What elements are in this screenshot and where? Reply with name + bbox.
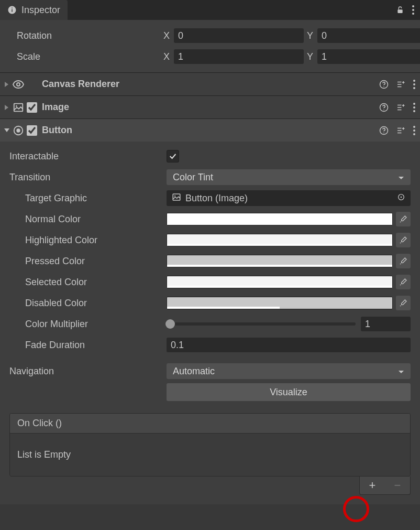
normal-color-label: Normal Color bbox=[9, 214, 167, 225]
svg-point-30 bbox=[401, 196, 402, 198]
rotation-x-input[interactable] bbox=[174, 28, 304, 43]
foldout-expanded-icon bbox=[2, 128, 12, 133]
svg-point-25 bbox=[413, 129, 415, 132]
add-event-button[interactable]: + bbox=[360, 477, 385, 494]
svg-point-23 bbox=[383, 132, 384, 133]
fade-duration-label: Fade Duration bbox=[9, 340, 167, 351]
menu-icon[interactable] bbox=[413, 102, 416, 113]
transition-label: Transition bbox=[9, 172, 167, 183]
eyedropper-icon[interactable] bbox=[396, 233, 411, 247]
target-graphic-field[interactable]: Button (Image) bbox=[167, 190, 411, 206]
color-multiplier-value[interactable]: 1 bbox=[361, 317, 411, 331]
on-click-header: On Click () bbox=[10, 414, 410, 434]
image-header[interactable]: Image bbox=[0, 95, 420, 118]
svg-point-5 bbox=[412, 9, 414, 11]
svg-point-26 bbox=[413, 133, 415, 135]
axis-x: X bbox=[163, 30, 174, 41]
transition-dropdown[interactable]: Color Tint bbox=[167, 169, 411, 185]
pressed-color-label: Pressed Color bbox=[9, 256, 167, 267]
svg-point-24 bbox=[413, 126, 415, 128]
fade-duration-input[interactable]: 0.1 bbox=[167, 338, 411, 352]
chevron-down-icon bbox=[398, 172, 404, 183]
transform-section: Rotation X Y Z Scale X Y Z bbox=[0, 20, 420, 72]
svg-point-21 bbox=[16, 128, 20, 132]
disabled-color-label: Disabled Color bbox=[9, 298, 167, 309]
highlighted-color-label: Highlighted Color bbox=[9, 235, 167, 246]
on-click-list: On Click () List is Empty bbox=[9, 413, 411, 477]
menu-icon[interactable] bbox=[413, 79, 416, 90]
interactable-label: Interactable bbox=[9, 151, 167, 162]
info-icon bbox=[7, 5, 17, 15]
canvas-renderer-title: Canvas Renderer bbox=[39, 79, 379, 90]
svg-point-17 bbox=[413, 103, 415, 105]
svg-point-9 bbox=[383, 86, 384, 87]
help-icon[interactable] bbox=[379, 126, 389, 135]
help-icon[interactable] bbox=[379, 80, 389, 89]
svg-rect-3 bbox=[397, 9, 402, 13]
button-enabled-checkbox[interactable] bbox=[27, 125, 37, 136]
object-picker-icon[interactable] bbox=[397, 193, 405, 204]
image-icon bbox=[12, 102, 25, 113]
eyedropper-icon[interactable] bbox=[396, 296, 411, 310]
disabled-color-swatch[interactable] bbox=[167, 297, 393, 309]
preset-icon[interactable] bbox=[396, 126, 405, 135]
svg-rect-1 bbox=[12, 9, 13, 12]
button-header[interactable]: Button bbox=[0, 118, 420, 142]
foldout-collapsed-icon bbox=[2, 104, 12, 111]
canvas-renderer-header[interactable]: Canvas Renderer bbox=[0, 72, 420, 95]
svg-point-4 bbox=[412, 5, 414, 7]
button-body: Interactable Transition Color Tint Targe… bbox=[0, 142, 420, 504]
remove-event-button[interactable]: − bbox=[385, 477, 410, 494]
svg-point-6 bbox=[412, 13, 414, 15]
eyedropper-icon[interactable] bbox=[396, 275, 411, 289]
scale-x-input[interactable] bbox=[174, 49, 304, 64]
navigation-label: Navigation bbox=[9, 366, 167, 377]
svg-point-7 bbox=[17, 83, 20, 86]
preset-icon[interactable] bbox=[396, 80, 405, 89]
color-multiplier-label: Color Multiplier bbox=[9, 319, 167, 330]
svg-point-18 bbox=[413, 106, 415, 109]
tab-title: Inspector bbox=[21, 5, 60, 16]
inspector-tab[interactable]: Inspector bbox=[0, 0, 68, 20]
image-icon bbox=[172, 192, 181, 204]
svg-point-19 bbox=[413, 110, 415, 112]
on-click-empty-text: List is Empty bbox=[10, 434, 410, 476]
chevron-down-icon bbox=[398, 366, 404, 377]
color-multiplier-slider[interactable] bbox=[167, 322, 356, 326]
rotation-label: Rotation bbox=[17, 30, 163, 41]
svg-point-16 bbox=[383, 109, 384, 110]
eye-icon bbox=[12, 78, 25, 91]
eyedropper-icon[interactable] bbox=[396, 254, 411, 268]
normal-color-swatch[interactable] bbox=[167, 213, 393, 225]
svg-point-10 bbox=[413, 80, 415, 82]
button-title: Button bbox=[39, 125, 379, 136]
menu-icon[interactable] bbox=[412, 5, 415, 15]
highlighted-color-swatch[interactable] bbox=[167, 234, 393, 246]
menu-icon[interactable] bbox=[413, 125, 416, 136]
lock-icon[interactable] bbox=[396, 5, 404, 15]
visualize-button[interactable]: Visualize bbox=[167, 383, 411, 401]
image-enabled-checkbox[interactable] bbox=[27, 102, 37, 113]
target-graphic-label: Target Graphic bbox=[9, 193, 167, 204]
help-icon[interactable] bbox=[379, 103, 389, 112]
svg-point-11 bbox=[413, 83, 415, 85]
interactable-checkbox[interactable] bbox=[167, 150, 179, 163]
scale-y-input[interactable] bbox=[317, 49, 420, 64]
image-title: Image bbox=[39, 102, 379, 113]
svg-rect-2 bbox=[12, 8, 13, 9]
button-component-icon bbox=[12, 125, 25, 136]
selected-color-label: Selected Color bbox=[9, 277, 167, 288]
axis-y: Y bbox=[307, 30, 317, 41]
preset-icon[interactable] bbox=[396, 103, 405, 112]
svg-point-12 bbox=[413, 87, 415, 89]
scale-label: Scale bbox=[17, 51, 163, 62]
eyedropper-icon[interactable] bbox=[396, 212, 411, 226]
svg-point-14 bbox=[16, 105, 17, 106]
pressed-color-swatch[interactable] bbox=[167, 255, 393, 267]
selected-color-swatch[interactable] bbox=[167, 276, 393, 288]
rotation-y-input[interactable] bbox=[317, 28, 420, 43]
navigation-dropdown[interactable]: Automatic bbox=[167, 363, 411, 379]
tab-bar: Inspector bbox=[0, 0, 420, 20]
foldout-collapsed-icon bbox=[2, 81, 12, 88]
svg-point-28 bbox=[174, 195, 175, 196]
